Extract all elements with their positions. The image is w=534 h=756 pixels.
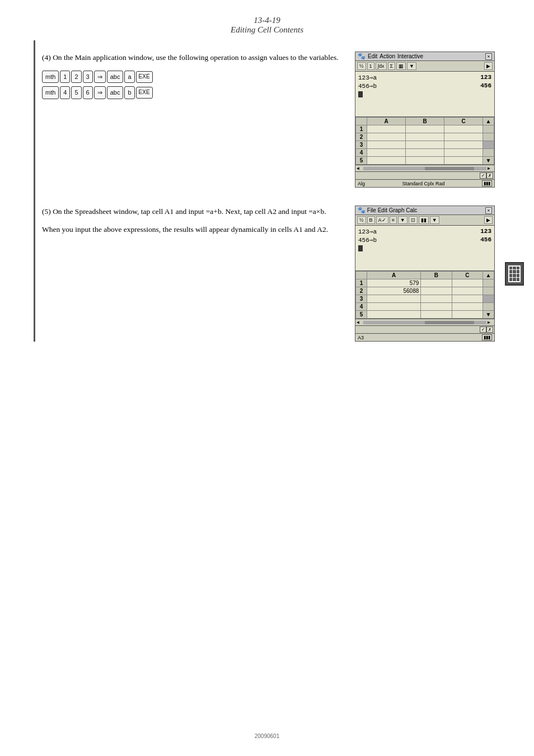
row-num-4-2: 4 bbox=[356, 303, 367, 311]
cell-C1-1[interactable] bbox=[444, 125, 483, 133]
cell-C4-2[interactable] bbox=[452, 303, 483, 311]
tb-bold[interactable]: B bbox=[367, 216, 375, 224]
scroll-right-arrow-1[interactable]: ▶ bbox=[488, 166, 493, 171]
scroll-track-2[interactable] bbox=[363, 321, 486, 324]
cell-B2-2[interactable] bbox=[421, 287, 452, 295]
cell-B4-2[interactable] bbox=[421, 303, 452, 311]
cell-B5-2[interactable] bbox=[421, 311, 452, 319]
tb-frac[interactable]: ½ bbox=[357, 62, 366, 70]
key-arrow-1[interactable]: ⇒ bbox=[94, 71, 106, 83]
cell-C2-2[interactable] bbox=[452, 287, 483, 295]
sg12 bbox=[517, 278, 519, 281]
tb-font[interactable]: A✓ bbox=[376, 216, 388, 224]
cell-C5-1[interactable] bbox=[444, 157, 483, 165]
cell-A2-2[interactable]: 56088 bbox=[367, 287, 421, 295]
tb-arrow-right[interactable]: ▶ bbox=[484, 216, 493, 224]
cell-C5-2[interactable] bbox=[452, 311, 483, 319]
menu-graph[interactable]: Graph bbox=[389, 207, 405, 213]
menu-calc[interactable]: Calc bbox=[406, 207, 417, 213]
cross-btn-1[interactable]: ✗ bbox=[486, 172, 493, 179]
cell-B3-2[interactable] bbox=[421, 295, 452, 303]
scroll-track-1[interactable] bbox=[363, 167, 486, 170]
scroll-right-arrow-2[interactable]: ▶ bbox=[488, 320, 493, 325]
tb-chart[interactable]: ▮▮ bbox=[419, 216, 429, 224]
scroll-thumb-1 bbox=[483, 141, 494, 149]
tb-dropdown[interactable]: ▼ bbox=[407, 62, 416, 70]
cell-C3-1[interactable] bbox=[444, 141, 483, 149]
cell-B3-1[interactable] bbox=[406, 141, 444, 149]
page-header: 13-4-19 Editing Cell Contents bbox=[0, 0, 534, 40]
col-header-empty-2 bbox=[356, 272, 367, 279]
cell-C4-1[interactable] bbox=[444, 149, 483, 157]
tb-sigma[interactable]: Σ bbox=[388, 62, 396, 70]
tb-matrix[interactable]: ▦ bbox=[396, 62, 406, 70]
row-num-1-2: 1 bbox=[356, 279, 367, 287]
key-mth-2[interactable]: mth bbox=[42, 86, 59, 99]
menu-edit[interactable]: Edit bbox=[368, 53, 377, 59]
key-exe-2[interactable]: EXE bbox=[136, 87, 153, 99]
section-5: (5) On the Spreadsheet window, tap cell … bbox=[34, 206, 500, 342]
key-abc-2[interactable]: abc bbox=[107, 86, 124, 99]
key-1[interactable]: 1 bbox=[60, 71, 70, 83]
section-4-text: (4) On the Main application window, use … bbox=[42, 52, 355, 102]
key-b[interactable]: b bbox=[124, 86, 134, 99]
sg5 bbox=[513, 270, 516, 273]
cross-btn-2[interactable]: ✗ bbox=[486, 326, 493, 333]
cell-A4-1[interactable] bbox=[367, 149, 406, 157]
cell-B1-1[interactable] bbox=[406, 125, 444, 133]
key-5[interactable]: 5 bbox=[71, 86, 81, 99]
close-btn-1[interactable]: × bbox=[485, 53, 492, 60]
key-6[interactable]: 6 bbox=[83, 86, 93, 99]
tb-calc[interactable]: ∫dx bbox=[376, 62, 387, 70]
screen-1-container: 🐾 Edit Action Interactive × ½ 1 ∫dx Σ ▦ bbox=[355, 52, 500, 188]
tb-frac-2[interactable]: ½ bbox=[357, 216, 366, 224]
cell-B1-2[interactable] bbox=[421, 279, 452, 287]
line-456b-right-2: 456 bbox=[480, 236, 491, 244]
check-btn-1[interactable]: ✓ bbox=[480, 172, 486, 179]
cell-C1-2[interactable] bbox=[452, 279, 483, 287]
grid-row-2-2: 2 56088 bbox=[356, 287, 494, 295]
spreadsheet-grid-2: A B C ▲ 1 579 bbox=[355, 271, 494, 319]
cell-C3-2[interactable] bbox=[452, 295, 483, 303]
tb-dd2[interactable]: ▼ bbox=[430, 216, 439, 224]
h-scrollbar-2: ◀ ▶ bbox=[355, 319, 494, 325]
tb-num[interactable]: 1 bbox=[367, 62, 374, 70]
menu-interactive[interactable]: Interactive bbox=[397, 53, 423, 59]
scroll-left-arrow-2[interactable]: ◀ bbox=[357, 320, 362, 325]
cell-B2-1[interactable] bbox=[406, 133, 444, 141]
tb-align[interactable]: ≡ bbox=[390, 216, 397, 224]
key-abc-1[interactable]: abc bbox=[107, 71, 124, 83]
cell-A1-1[interactable] bbox=[367, 125, 406, 133]
check-btn-2[interactable]: ✓ bbox=[480, 326, 486, 333]
key-mth-1[interactable]: mth bbox=[42, 71, 59, 83]
tb-border[interactable]: ⊡ bbox=[409, 216, 418, 224]
cell-C2-1[interactable] bbox=[444, 133, 483, 141]
cell-B5-1[interactable] bbox=[406, 157, 444, 165]
key-2[interactable]: 2 bbox=[71, 71, 81, 83]
sg8 bbox=[513, 274, 516, 277]
scroll-left-arrow-1[interactable]: ◀ bbox=[357, 166, 362, 171]
tb-dd1[interactable]: ▼ bbox=[398, 216, 407, 224]
key-a[interactable]: a bbox=[124, 71, 134, 83]
footer-text: 20090601 bbox=[255, 733, 280, 739]
cell-A4-2[interactable] bbox=[367, 303, 421, 311]
tb-right-arrow[interactable]: ▶ bbox=[484, 62, 493, 70]
key-3[interactable]: 3 bbox=[83, 71, 93, 83]
cell-A3-2[interactable] bbox=[367, 295, 421, 303]
close-btn-2[interactable]: × bbox=[485, 207, 492, 214]
cell-A5-1[interactable] bbox=[367, 157, 406, 165]
menu-action[interactable]: Action bbox=[380, 53, 395, 59]
menu-file[interactable]: File bbox=[367, 207, 376, 213]
status-cell: A3 bbox=[358, 335, 364, 340]
cell-B4-1[interactable] bbox=[406, 149, 444, 157]
cell-A2-1[interactable] bbox=[367, 133, 406, 141]
cell-A1-2[interactable]: 579 bbox=[367, 279, 421, 287]
grid-row-1-2: 1 579 bbox=[356, 279, 494, 287]
menu-edit-2[interactable]: Edit bbox=[378, 207, 387, 213]
cell-A3-1[interactable] bbox=[367, 141, 406, 149]
key-arrow-2[interactable]: ⇒ bbox=[94, 86, 106, 99]
key-exe-1[interactable]: EXE bbox=[136, 71, 153, 83]
cell-A5-2[interactable] bbox=[367, 311, 421, 319]
grid-row-2-1: 2 bbox=[356, 133, 494, 141]
key-4[interactable]: 4 bbox=[60, 86, 70, 99]
